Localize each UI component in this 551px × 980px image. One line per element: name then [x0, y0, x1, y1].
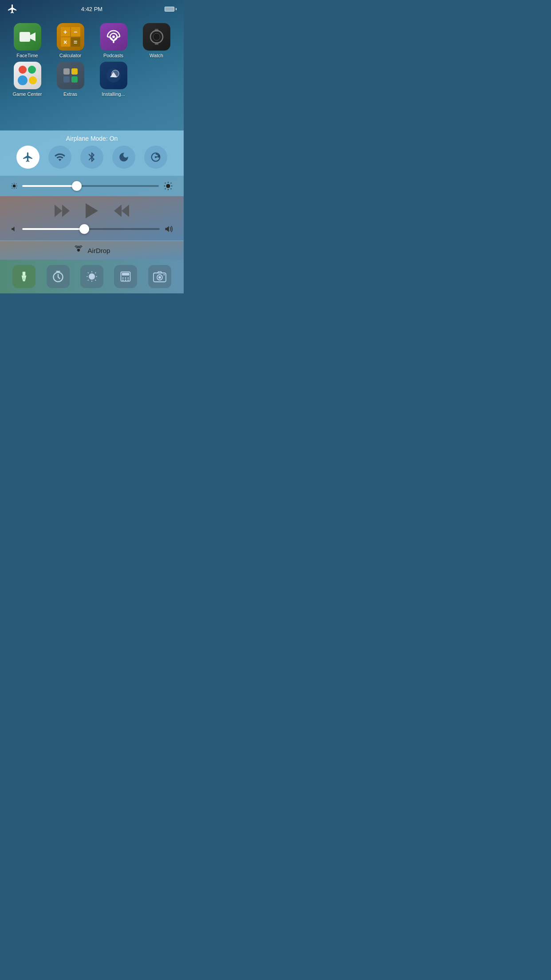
nightshift-icon: [86, 270, 98, 283]
volume-max-icon: [164, 225, 173, 233]
svg-marker-21: [86, 203, 98, 218]
status-time: 4:42 PM: [81, 6, 102, 12]
svg-marker-24: [12, 227, 15, 232]
svg-rect-0: [20, 32, 30, 42]
svg-marker-1: [30, 32, 35, 41]
svg-marker-25: [165, 226, 169, 232]
donotdisturb-toggle[interactable]: [112, 146, 135, 169]
airplane-status-icon: [7, 4, 18, 14]
svg-point-34: [122, 278, 124, 279]
volume-min-icon: [11, 225, 18, 233]
svg-rect-9: [63, 68, 70, 75]
facetime-label: FaceTime: [16, 53, 38, 58]
brightness-slider[interactable]: [22, 185, 159, 187]
brightness-section: [0, 176, 184, 196]
svg-marker-20: [62, 205, 70, 217]
svg-point-43: [163, 274, 165, 276]
calculator-tool-icon: [119, 270, 132, 283]
svg-point-39: [128, 280, 129, 281]
app-extras[interactable]: Extras: [51, 62, 89, 97]
watch-icon: [143, 23, 170, 51]
gamecenter-icon: [14, 62, 41, 89]
installing-icon: [100, 62, 127, 89]
brightness-min-icon: [11, 182, 18, 190]
control-center: Airplane Mode: On: [0, 130, 184, 327]
svg-point-36: [128, 278, 129, 279]
app-watch[interactable]: Watch: [138, 23, 175, 58]
calculator-label: Calculator: [59, 53, 82, 58]
svg-point-35: [125, 278, 126, 279]
podcasts-label: Podcasts: [103, 53, 123, 58]
svg-point-3: [112, 36, 115, 38]
svg-point-31: [89, 273, 95, 280]
media-section: [0, 196, 184, 241]
wifi-toggle[interactable]: [48, 146, 71, 169]
installing-label: Installing...: [102, 91, 125, 97]
airdrop-label: AirDrop: [88, 247, 110, 254]
svg-point-18: [166, 184, 170, 188]
svg-point-14: [112, 70, 119, 77]
play-button[interactable]: [86, 203, 98, 218]
gamecenter-label: Game Center: [12, 91, 42, 97]
media-controls: [55, 203, 129, 218]
app-calculator[interactable]: + − × = Calculator: [51, 23, 89, 58]
flashlight-icon: [18, 271, 30, 282]
extras-icon: [57, 62, 84, 89]
svg-point-38: [125, 280, 126, 281]
svg-rect-10: [71, 68, 78, 75]
airdrop-icon: [74, 245, 83, 255]
rewind-button[interactable]: [55, 205, 70, 217]
cc-toggles-section: Airplane Mode: On: [0, 130, 184, 176]
svg-point-42: [158, 276, 161, 279]
app-podcasts[interactable]: Podcasts: [94, 23, 132, 58]
camera-icon: [153, 271, 166, 282]
camera-tool[interactable]: [148, 265, 171, 288]
svg-point-7: [152, 32, 161, 41]
app-installing[interactable]: Installing...: [94, 62, 132, 97]
svg-rect-12: [71, 76, 78, 83]
app-grid: FaceTime + − × = Calculator: [1, 18, 182, 102]
airdrop-section[interactable]: AirDrop: [0, 241, 184, 260]
svg-rect-33: [122, 273, 129, 276]
svg-point-17: [13, 185, 16, 188]
svg-point-16: [155, 156, 157, 158]
svg-marker-22: [114, 205, 122, 217]
app-gamecenter[interactable]: Game Center: [8, 62, 46, 97]
timer-icon: [52, 270, 64, 283]
extras-label: Extras: [63, 91, 77, 97]
rotation-lock-toggle[interactable]: [144, 146, 167, 169]
svg-rect-11: [63, 76, 70, 83]
app-facetime[interactable]: FaceTime: [8, 23, 46, 58]
airplane-toggle[interactable]: [16, 146, 39, 169]
svg-rect-27: [23, 272, 26, 276]
calculator-icon: + − × =: [57, 23, 84, 51]
calculator-tool[interactable]: [114, 265, 137, 288]
fastforward-button[interactable]: [114, 205, 129, 217]
podcasts-icon: [100, 23, 127, 51]
flashlight-tool[interactable]: [12, 265, 35, 288]
cc-toggle-row: [16, 146, 167, 169]
svg-marker-23: [122, 205, 129, 217]
volume-row: [11, 225, 173, 233]
nightshift-tool[interactable]: [80, 265, 103, 288]
cc-tools-section: [0, 260, 184, 293]
svg-marker-19: [55, 205, 62, 217]
svg-point-37: [122, 280, 124, 281]
timer-tool[interactable]: [47, 265, 70, 288]
volume-slider[interactable]: [22, 228, 160, 230]
bluetooth-toggle[interactable]: [80, 146, 103, 169]
airplane-mode-label: Airplane Mode: On: [66, 135, 118, 142]
battery-indicator: [165, 7, 177, 12]
brightness-max-icon: [163, 181, 173, 191]
status-bar: 4:42 PM: [0, 0, 184, 16]
watch-label: Watch: [150, 53, 163, 58]
facetime-icon: [14, 23, 41, 51]
